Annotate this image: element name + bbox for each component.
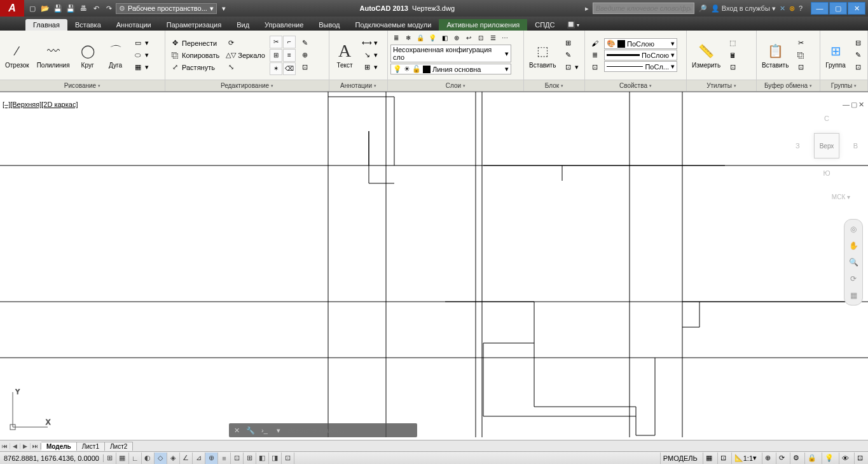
tab-first-icon[interactable]: ⏮ (0, 443, 10, 449)
layout-tab-sheet2[interactable]: Лист2 (105, 442, 133, 451)
layer-lock-button[interactable]: 🔒 (415, 32, 426, 43)
app-menu-button[interactable]: A (0, 0, 24, 17)
group-edit-button[interactable]: ✎ (851, 50, 865, 61)
dim-button[interactable]: ⟷▾ (360, 38, 380, 49)
saveas-icon[interactable]: 💾 (65, 3, 76, 14)
tab-last-icon[interactable]: ⏭ (31, 443, 41, 449)
coordinates[interactable]: 8762.8881, 1676.4136, 0.0000 (0, 454, 104, 462)
minimize-button[interactable]: — (811, 2, 829, 15)
stretch-button[interactable]: ⤢Растянуть (168, 62, 221, 73)
vp-min-icon[interactable]: — (843, 101, 850, 109)
text-button[interactable]: AТекст (332, 40, 357, 70)
scale-button[interactable]: ⤡ (224, 62, 267, 73)
edit-block-button[interactable]: ✎ (561, 50, 581, 61)
redo-icon[interactable]: ↷ (103, 3, 114, 14)
quickcalc-button[interactable]: 🖩 (726, 50, 740, 61)
tab-next-icon[interactable]: ▶ (20, 443, 31, 449)
offset-button[interactable]: ≡ (283, 49, 296, 62)
qat-more-icon[interactable]: ▾ (218, 3, 230, 14)
ws-switch-icon[interactable]: ⚙ (790, 453, 802, 464)
panel-props-title[interactable]: Свойства (585, 80, 686, 91)
mod-extra3[interactable]: ⊡ (298, 62, 312, 73)
linetype-dropdown[interactable]: ПоСл...▾ (604, 61, 677, 72)
signin-button[interactable]: 👤 Вход в службы ▾ (711, 4, 776, 13)
drawing-canvas[interactable]: [–][Верхняя][2D каркас] — ▢ ✕ С Ю В З Ве… (0, 92, 868, 437)
workspace-dropdown[interactable]: ⚙ Рабочее пространство... ▾ (116, 3, 217, 14)
cmd-history-icon[interactable]: ▾ (273, 426, 284, 435)
ellipse-button[interactable]: ⬭▾ (131, 50, 151, 61)
wheel-icon[interactable]: ◎ (848, 223, 859, 235)
erase-button[interactable]: ⌫ (283, 62, 296, 75)
select-button[interactable]: ⬚ (726, 38, 740, 49)
hatch-button[interactable]: ▦▾ (131, 62, 151, 73)
extra-toggle[interactable]: ⊡ (282, 453, 294, 464)
trim-button[interactable]: ✂ (270, 36, 282, 48)
autodesk-icon[interactable]: ⊗ (789, 4, 795, 13)
dyn-toggle[interactable]: ⊕ (205, 453, 218, 464)
panel-draw-title[interactable]: Рисование (0, 80, 165, 91)
lwt-toggle[interactable]: ≡ (218, 453, 231, 464)
viewcube-face[interactable]: Верх (814, 133, 839, 158)
model-space-button[interactable]: РМОДЕЛЬ (660, 453, 700, 464)
viewcube[interactable]: С Ю В З Верх (798, 117, 855, 174)
layout-quick-icon[interactable]: ▦ (703, 453, 715, 464)
snap-toggle[interactable]: ⊞ (104, 453, 116, 464)
create-block-button[interactable]: ⊞ (561, 38, 581, 49)
copy-clip-button[interactable]: ⿻ (794, 50, 808, 61)
sc-toggle[interactable]: ◧ (256, 453, 269, 464)
panel-utils-title[interactable]: Утилиты (687, 80, 756, 91)
ducs-toggle[interactable]: ⊿ (193, 453, 205, 464)
maximize-button[interactable]: ▢ (829, 2, 847, 15)
layer-more-button[interactable]: ⋯ (499, 32, 511, 43)
help-icon[interactable]: ? (799, 4, 803, 12)
new-icon[interactable]: ▢ (27, 3, 38, 14)
panel-groups-title[interactable]: Группы (820, 80, 867, 91)
color-dropdown[interactable]: 🎨ПоСлою▾ (604, 38, 677, 49)
wcs-dropdown[interactable]: МСК ▾ (832, 193, 850, 200)
rotate-button[interactable]: ⟳ (224, 38, 267, 49)
move-button[interactable]: ✥Перенести (168, 38, 221, 49)
tab-manage[interactable]: Управление (257, 19, 311, 31)
zoom-icon[interactable]: 🔍 (848, 257, 859, 268)
layer-off-button[interactable]: 💡 (427, 32, 438, 43)
circle-button[interactable]: ◯Круг (75, 40, 100, 70)
cmd-config-icon[interactable]: 🔧 (245, 426, 256, 435)
pan-icon[interactable]: ✋ (848, 240, 859, 251)
match-props-button[interactable]: 🖌 (588, 38, 602, 49)
layer-match-button[interactable]: ⊕ (451, 32, 462, 43)
toolbar-lock-icon[interactable]: 🔒 (804, 453, 819, 464)
mod-extra2[interactable]: ⊕ (298, 50, 312, 61)
infocenter-icon[interactable]: 🔎 (698, 4, 707, 13)
props-list-button[interactable]: ≣ (588, 50, 602, 61)
layer-state-dropdown[interactable]: Несохраненная конфигурация сло▾ (390, 45, 511, 62)
table-button[interactable]: ⊞▾ (360, 62, 380, 73)
arc-button[interactable]: ⌒Дуга (103, 40, 128, 70)
polyline-button[interactable]: 〰Полилиния (34, 40, 72, 70)
orbit-icon[interactable]: ⟳ (848, 273, 859, 285)
paste-button[interactable]: 📋Вставить (759, 40, 791, 70)
tab-overflow[interactable]: 🔲 (563, 18, 583, 31)
undo-icon[interactable]: ↶ (90, 3, 102, 14)
anno-vis-icon[interactable]: ⊕ (762, 453, 773, 464)
tab-prev-icon[interactable]: ◀ (10, 443, 20, 449)
layout-tab-sheet1[interactable]: Лист1 (77, 442, 105, 451)
measure-button[interactable]: 📏Измерить (689, 40, 723, 70)
vp-max-icon[interactable]: ▢ (851, 101, 857, 109)
lineweight-dropdown[interactable]: ПоСлою▾ (604, 50, 677, 60)
am-toggle[interactable]: ◨ (269, 453, 282, 464)
search-input[interactable] (593, 3, 694, 14)
tab-annotate[interactable]: Аннотации (109, 19, 159, 31)
props-more-button[interactable]: ⊡ (588, 62, 602, 73)
cmd-close-icon[interactable]: ✕ (231, 426, 242, 435)
tab-spds[interactable]: СПДС (527, 19, 562, 31)
plot-icon[interactable]: 🖶 (78, 3, 89, 14)
layer-dropdown[interactable]: 💡☀🔓 Линия основна▾ (390, 64, 511, 74)
insert-block-button[interactable]: ⬚Вставить (527, 40, 558, 70)
viewport-label[interactable]: [–][Верхняя][2D каркас] (3, 101, 78, 108)
3dosnap-toggle[interactable]: ◈ (167, 453, 180, 464)
selectall-button[interactable]: ⊡ (726, 62, 740, 73)
array-button[interactable]: ⊞ (270, 49, 282, 62)
tab-insert[interactable]: Вставка (67, 19, 109, 31)
save-icon[interactable]: 💾 (52, 3, 64, 14)
line-button[interactable]: ∕Отрезок (3, 40, 32, 70)
